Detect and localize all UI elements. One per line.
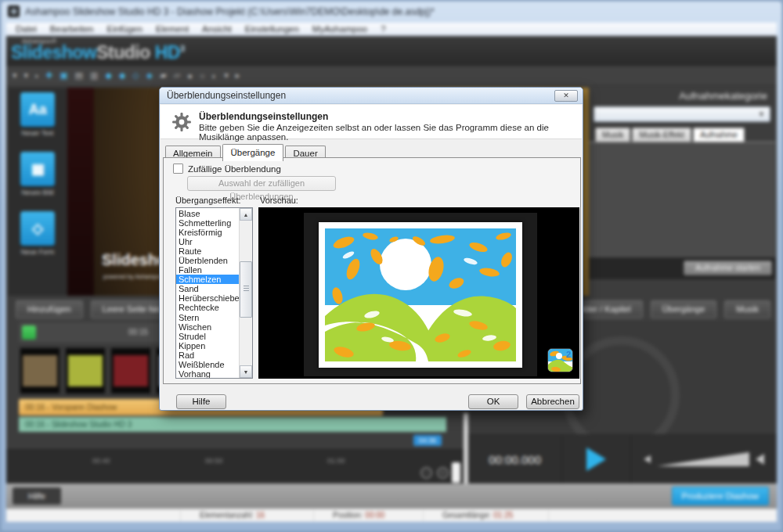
scrollbar-thumb[interactable] [240,261,252,318]
toolbar-icon[interactable]: ✚ [45,70,52,81]
filmstrip-thumbnail[interactable] [66,348,105,394]
effect-item-schmelzen[interactable]: Schmelzen [176,275,239,284]
ok-button[interactable]: OK [468,394,518,409]
musik-button[interactable]: Musik [724,300,770,318]
toolbar-icon[interactable]: ▾ [224,70,229,81]
tool-neue-form: ◇Neue Form [20,211,55,256]
new-shape-icon[interactable]: ◇ [20,211,55,246]
effect-item-uhr[interactable]: Uhr [176,237,239,246]
volume-slider[interactable] [657,452,749,466]
toolbar-icon[interactable]: ▣ [60,70,67,81]
tab-musik[interactable]: Musik [595,128,630,142]
tab-musik-effekt[interactable]: Musik-Effekt [632,128,691,142]
filmstrip-thumbnail[interactable] [111,348,150,394]
menu-item-einfügen[interactable]: Einfügen [106,24,142,34]
toolbar-icon[interactable]: ◐ [212,71,218,81]
help-button[interactable]: Hilfe [176,394,226,409]
random-transition-checkbox[interactable]: Zufällige Überblendung [173,164,281,174]
record-button[interactable]: Aufnahme starten [684,261,772,275]
menu-item-datei[interactable]: Datei [16,24,37,34]
media-tabs: MusikMusik-EffektAufnahme [589,128,775,142]
dialog-titlebar[interactable]: Überblendungseinstellungen ✕ [160,88,583,104]
music-track-bar[interactable]: 00:16 - Slideshow Studio HD 3 [19,417,446,432]
category-dropdown[interactable]: ▼ [594,106,770,122]
menu-item-element[interactable]: Element [156,24,189,34]
menu-item-myashampoo[interactable]: MyAshampoo [312,24,367,34]
timeline-scrollbar[interactable] [452,462,460,483]
toolbar-icon[interactable]: ▱ [174,70,180,81]
logo-part-hd: HD [150,42,180,63]
toolbar-icon[interactable]: ▸ [236,70,240,81]
effect-item-sand[interactable]: Sand [176,284,239,293]
new-image-icon[interactable]: ▦ [20,152,55,186]
svg-text:2: 2 [566,350,571,359]
filmstrip-thumbnail[interactable] [20,348,60,394]
menu-item-einstellungen[interactable]: Einstellungen [245,24,299,34]
effect-item-herüberschieben[interactable]: Herüberschieben [176,293,239,303]
media-panel: Aufnahmekategorie ▼ MusikMusik-EffektAuf… [589,86,775,296]
dialog-tab-page: Zufällige Überblendung Auswahl der zufäl… [163,157,581,384]
toolbar-icon[interactable]: ◆ [119,70,125,81]
toolbar-icon[interactable]: ▤ [75,70,83,81]
effect-item-fallen[interactable]: Fallen [176,265,239,275]
media-list-area[interactable] [589,142,775,257]
effect-item-raute[interactable]: Raute [176,246,239,256]
dialog-header-subtitle: Bitte geben Sie die Anzeigezeiten selbst… [199,123,582,142]
bottom-bar: Hilfe Produziere Diashow [6,483,777,509]
help-button-main[interactable]: Hilfe [13,487,61,505]
transition-preview: 2 [258,207,579,379]
toolbar-icon[interactable]: ◈ [146,70,153,81]
toolbar-icon[interactable]: ▾ [13,70,17,81]
effect-item-stern[interactable]: Stern [176,313,239,322]
cancel-button[interactable]: Abbrechen [526,394,579,409]
dialog-tab-übergänge[interactable]: Übergänge [222,144,284,161]
volume-control[interactable] [631,452,777,466]
toolbar-icon[interactable]: ○ [200,71,205,81]
effect-item-vorhang[interactable]: Vorhang [176,369,239,378]
tab-aufnahme[interactable]: Aufnahme [693,128,745,142]
zoom-in-icon[interactable]: + [437,467,449,479]
menu-item-bearbeiten[interactable]: Bearbeiten [50,24,94,34]
toolbar-icon[interactable]: ▾ [24,70,29,81]
effect-item-rad[interactable]: Rad [176,350,239,360]
scroll-down-icon[interactable]: ▼ [240,365,252,378]
window-titlebar[interactable]: ▦ Ashampoo Slideshow Studio HD 3 - Diash… [0,0,783,23]
tool-label: Neuer Text [20,129,55,137]
effect-item-weißblende[interactable]: Weißblende [176,360,239,369]
effect-item-überblenden[interactable]: Überblenden [176,256,239,265]
track-status-icon [22,325,36,340]
new-text-icon[interactable]: Aa [20,92,55,127]
preview-thumbnail[interactable]: 2 [547,348,573,372]
effect-item-strudel[interactable]: Strudel [176,332,239,341]
zoom-out-icon[interactable]: − [420,467,432,479]
effect-item-kreisförmig[interactable]: Kreisförmig [176,228,239,237]
effect-item-kippen[interactable]: Kippen [176,341,239,350]
logo-part-version: 3 [180,44,185,53]
status-separator [180,510,181,521]
status-item: Gesamtlänge:01:25 [442,511,513,519]
effect-item-rechtecke[interactable]: Rechtecke [176,303,239,312]
effect-item-wischen[interactable]: Wischen [176,322,239,332]
close-icon[interactable]: ✕ [554,90,578,102]
checkbox-icon[interactable] [173,164,183,174]
toolbar-icon[interactable]: ● [187,71,193,81]
menu-item-[interactable]: ? [381,24,385,34]
random-selection-button[interactable]: Auswahl der zufälligen Überblendungen [187,176,336,191]
toolbar-icon[interactable]: ◆ [105,70,111,81]
list-scrollbar[interactable]: ▲ ▼ [239,208,252,378]
play-button[interactable] [562,435,631,483]
produce-slideshow-button[interactable]: Produziere Diashow [672,487,769,505]
toolbar-icon[interactable]: ▥ [90,70,98,81]
tool-neues-bild: ▦Neues Bild [20,152,55,196]
tool-label: Neues Bild [20,189,55,196]
toolbar-icon[interactable]: ▪ [35,71,38,81]
toolbar-icon[interactable]: ▰ [160,70,166,81]
übergänge-button[interactable]: Übergänge [651,300,716,318]
effect-item-blase[interactable]: Blase [176,209,239,218]
timeline-ruler[interactable]: 00:4000:5001:00 − + [6,449,464,483]
scroll-up-icon[interactable]: ▲ [240,208,252,221]
hinzufügen-button[interactable]: Hinzufügen [16,300,83,318]
effect-item-schmetterling[interactable]: Schmetterling [176,218,239,228]
toolbar-icon[interactable]: ◇ [132,70,139,81]
menu-item-ansicht[interactable]: Ansicht [202,24,232,34]
